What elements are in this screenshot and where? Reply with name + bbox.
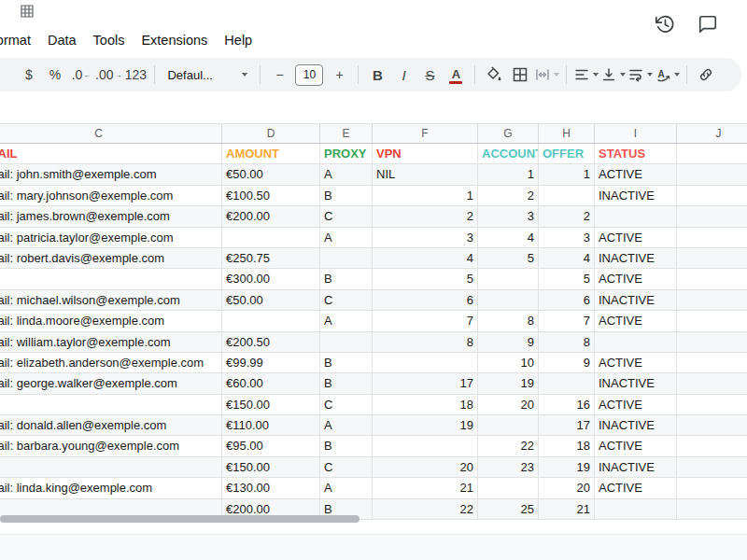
cell[interactable]: B xyxy=(320,353,373,373)
cell[interactable]: 1 xyxy=(478,164,539,185)
cell[interactable]: Email: william.taylor@exemple.com xyxy=(0,332,222,353)
cell[interactable]: PROXY xyxy=(320,144,373,164)
cell[interactable]: 2 xyxy=(478,186,539,206)
cell[interactable] xyxy=(677,228,747,248)
cell[interactable]: 20 xyxy=(539,478,595,498)
borders-button[interactable] xyxy=(508,63,532,87)
cell[interactable]: 2 xyxy=(373,206,478,227)
cell[interactable]: EMAIL xyxy=(0,144,222,164)
cell[interactable]: Email: george.walker@exemple.com xyxy=(0,373,222,394)
cell[interactable]: 3 xyxy=(478,206,539,227)
cell[interactable]: 9 xyxy=(539,353,595,373)
cell[interactable]: 20 xyxy=(373,457,478,478)
cell[interactable]: 6 xyxy=(539,290,595,311)
cell[interactable]: €99.99 xyxy=(222,353,320,373)
cell[interactable]: Email: donald.allen@exemple.com xyxy=(0,415,222,436)
horizontal-scrollbar[interactable] xyxy=(0,512,747,525)
cell[interactable]: €95.00 xyxy=(222,436,320,456)
cell[interactable]: INACTIVE xyxy=(595,457,677,478)
decrease-decimal-button[interactable]: .0← xyxy=(69,63,93,87)
column-header-c[interactable]: C xyxy=(0,124,222,143)
menu-item-extensions[interactable]: Extensions xyxy=(133,30,216,50)
cell[interactable]: AMOUNT xyxy=(222,144,320,164)
cell[interactable] xyxy=(595,332,677,353)
cell[interactable]: B xyxy=(320,373,373,394)
cell[interactable]: ACCOUNT xyxy=(478,144,539,164)
column-header-h[interactable]: H xyxy=(539,124,595,143)
cell[interactable]: INACTIVE xyxy=(595,415,677,436)
cell[interactable]: 18 xyxy=(539,436,595,456)
cell[interactable] xyxy=(478,269,539,289)
decrease-font-size-button[interactable]: − xyxy=(267,63,291,87)
cell[interactable]: 5 xyxy=(478,248,539,269)
cell[interactable]: C xyxy=(320,290,373,311)
cell[interactable] xyxy=(677,144,747,164)
menu-item-data[interactable]: Data xyxy=(39,30,85,50)
cell[interactable]: 18 xyxy=(373,395,478,415)
version-history-button[interactable] xyxy=(646,7,684,45)
cell[interactable]: €150.00 xyxy=(222,395,320,415)
cell[interactable]: 17 xyxy=(373,373,478,394)
comments-button[interactable] xyxy=(689,7,726,45)
cell[interactable]: INACTIVE xyxy=(595,290,677,311)
cell[interactable] xyxy=(677,353,747,373)
cell[interactable] xyxy=(677,332,747,353)
cell[interactable]: ACTIVE xyxy=(595,228,677,248)
cell[interactable]: €250.75 xyxy=(222,248,320,269)
column-header-j[interactable]: J xyxy=(677,124,747,143)
font-family-selector[interactable]: Defaul... xyxy=(162,63,253,87)
cell[interactable]: Email: elizabeth.anderson@exemple.com xyxy=(0,353,222,373)
cell[interactable]: ACTIVE xyxy=(595,164,677,185)
merge-cells-button[interactable] xyxy=(534,63,559,87)
cell[interactable]: €200.00 xyxy=(222,206,320,227)
cell[interactable]: ACTIVE xyxy=(595,478,677,498)
cell[interactable]: 7 xyxy=(539,311,595,331)
cell[interactable]: B xyxy=(320,186,373,206)
text-rotation-button[interactable]: A xyxy=(655,63,680,87)
cell[interactable] xyxy=(478,290,539,311)
cell[interactable]: €300.00 xyxy=(222,269,320,289)
cell[interactable] xyxy=(0,457,222,478)
cell[interactable]: A xyxy=(320,164,373,185)
menu-item-tools[interactable]: Tools xyxy=(85,30,134,50)
cell[interactable] xyxy=(373,436,478,456)
cell[interactable]: Email: patricia.taylor@exemple.com xyxy=(0,228,222,248)
cell[interactable]: INACTIVE xyxy=(595,248,677,269)
cell[interactable] xyxy=(677,290,747,311)
cell[interactable] xyxy=(320,248,373,269)
cell[interactable]: C xyxy=(320,457,373,478)
cell[interactable]: C xyxy=(320,206,373,227)
cell[interactable]: 8 xyxy=(373,332,478,353)
text-wrap-button[interactable] xyxy=(627,63,653,87)
cell[interactable]: NIL xyxy=(373,164,478,185)
cell[interactable] xyxy=(677,311,747,331)
bold-button[interactable]: B xyxy=(365,63,389,87)
cell[interactable]: 1 xyxy=(373,186,478,206)
cell[interactable]: 4 xyxy=(539,248,595,269)
fill-color-button[interactable] xyxy=(482,63,506,87)
cell[interactable]: Email: linda.moore@exemple.com xyxy=(0,311,222,331)
cell[interactable]: 2 xyxy=(539,206,595,227)
cell[interactable]: A xyxy=(320,311,373,331)
cell[interactable]: 3 xyxy=(373,228,478,248)
cell[interactable]: 22 xyxy=(478,436,539,456)
cell[interactable]: 5 xyxy=(373,269,478,289)
cell[interactable]: €110.00 xyxy=(222,415,320,436)
font-size-input[interactable]: 10 xyxy=(295,64,323,86)
cell[interactable]: 19 xyxy=(539,457,595,478)
cell[interactable] xyxy=(677,478,747,498)
cell[interactable] xyxy=(677,186,747,206)
cell[interactable] xyxy=(222,228,320,248)
cell[interactable]: A xyxy=(320,228,373,248)
cell[interactable]: 3 xyxy=(539,228,595,248)
currency-format-button[interactable]: $ xyxy=(17,63,41,87)
cell[interactable]: ACTIVE xyxy=(595,353,677,373)
cell[interactable] xyxy=(677,395,747,415)
cell[interactable] xyxy=(677,269,747,289)
percent-format-button[interactable]: % xyxy=(43,63,67,87)
cell[interactable]: B xyxy=(320,436,373,456)
increase-decimal-button[interactable]: .00→ xyxy=(95,63,121,87)
italic-button[interactable]: I xyxy=(391,63,416,87)
strikethrough-button[interactable]: S xyxy=(417,63,442,87)
cell[interactable]: Email: linda.king@exemple.com xyxy=(0,478,222,498)
